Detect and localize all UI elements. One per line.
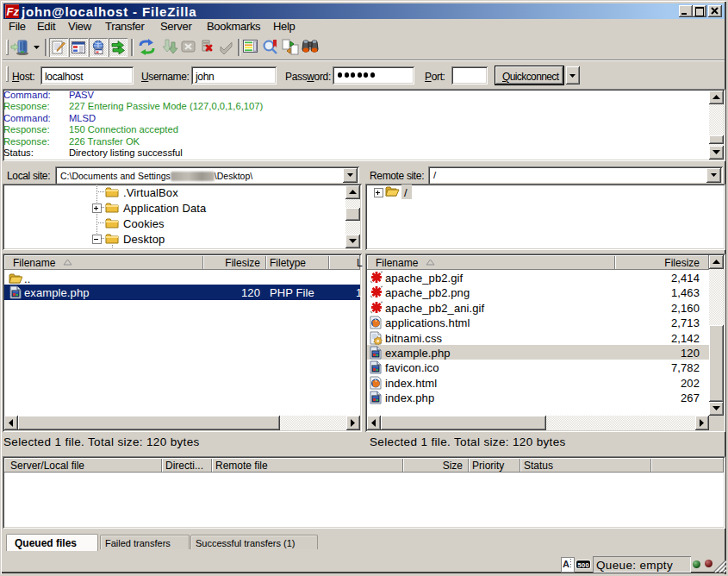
- svg-text:Fz: Fz: [7, 5, 20, 18]
